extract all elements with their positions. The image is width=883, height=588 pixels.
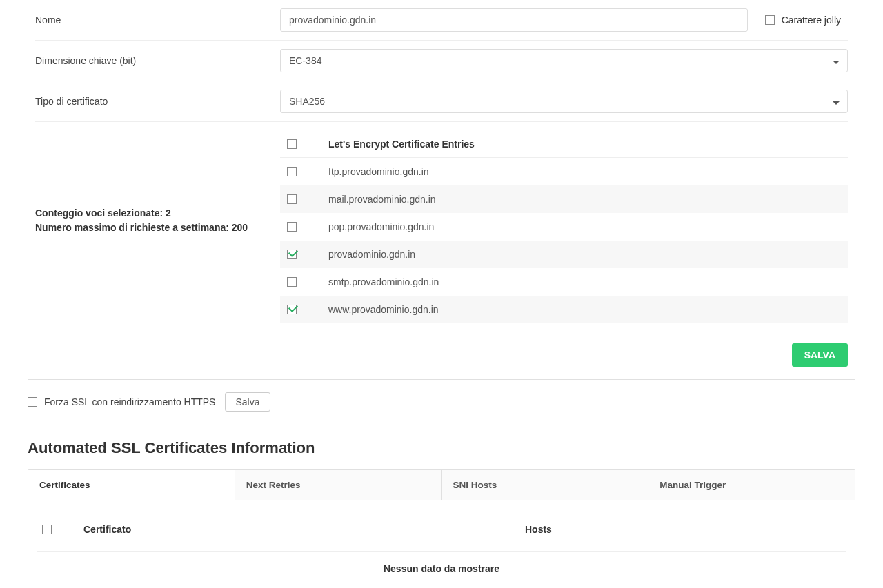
entry-row: www.provadominio.gdn.in [280,296,848,323]
entry-checkbox[interactable] [287,222,297,232]
col-hosts-header: Hosts [525,524,841,535]
entry-checkbox[interactable] [287,305,297,314]
entry-row: mail.provadominio.gdn.in [280,185,848,213]
name-label: Nome [35,14,280,26]
entry-row: ftp.provadominio.gdn.in [280,158,848,185]
entry-label: provadominio.gdn.in [328,249,841,260]
entry-label: pop.provadominio.gdn.in [328,221,841,232]
entry-label: mail.provadominio.gdn.in [328,194,841,205]
certtype-select[interactable]: SHA256 [280,90,848,113]
tab-next-retries[interactable]: Next Retries [235,470,442,500]
force-ssl-save-button[interactable]: Salva [225,392,270,412]
keysize-select[interactable]: EC-384 [280,49,848,72]
tab-manual-trigger[interactable]: Manual Trigger [648,470,855,500]
cert-select-all-checkbox[interactable] [42,525,52,534]
entry-label: ftp.provadominio.gdn.in [328,166,841,177]
keysize-label: Dimensione chiave (bit) [35,55,280,66]
entry-row: provadominio.gdn.in [280,241,848,268]
save-button[interactable]: SALVA [792,343,848,367]
wildcard-checkbox[interactable] [765,15,775,25]
entries-header: Let's Encrypt Certificate Entries [328,139,841,150]
ssl-info-panel: CertificatesNext RetriesSNI HostsManual … [28,469,855,588]
section-title: Automated SSL Certificates Information [28,439,855,457]
entry-label: www.provadominio.gdn.in [328,304,841,315]
entry-checkbox[interactable] [287,194,297,204]
entry-row: smtp.provadominio.gdn.in [280,268,848,296]
col-cert-header: Certificato [83,524,525,535]
entries-summary: Conteggio voci selezionate: 2 Numero mas… [35,130,280,235]
entries-select-all-checkbox[interactable] [287,139,297,149]
wildcard-label: Carattere jolly [782,14,841,26]
name-input[interactable] [280,8,748,32]
entry-checkbox[interactable] [287,277,297,287]
tab-certificates[interactable]: Certificates [28,470,235,500]
entry-label: smtp.provadominio.gdn.in [328,276,841,287]
entries-table: Let's Encrypt Certificate Entries ftp.pr… [280,130,848,323]
certtype-label: Tipo di certificato [35,96,280,107]
force-ssl-label: Forza SSL con reindirizzamento HTTPS [44,396,215,407]
force-ssl-checkbox[interactable] [28,397,37,407]
tab-sni-hosts[interactable]: SNI Hosts [442,470,649,500]
empty-message: Nessun dato da mostrare [37,552,846,574]
entry-checkbox[interactable] [287,250,297,259]
entry-row: pop.provadominio.gdn.in [280,213,848,241]
entry-checkbox[interactable] [287,167,297,176]
